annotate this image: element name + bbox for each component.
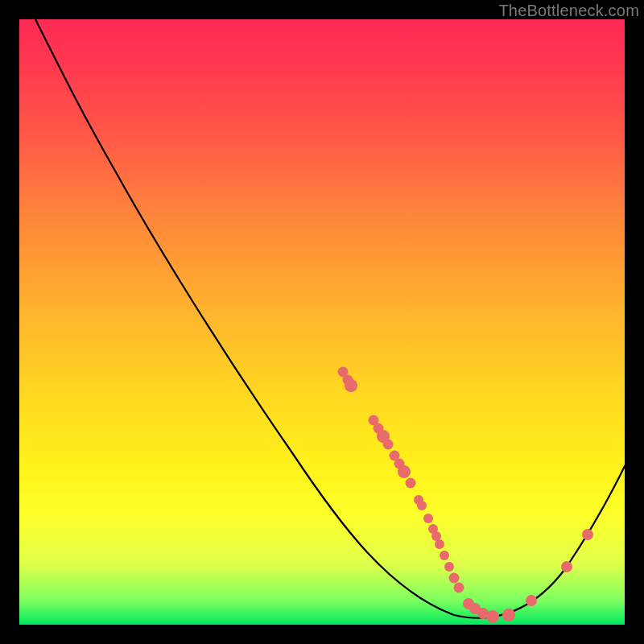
data-dot	[406, 478, 416, 489]
dot-group	[338, 367, 594, 624]
data-dot	[417, 501, 427, 510]
data-dot	[383, 440, 394, 450]
data-dot	[454, 583, 464, 593]
data-dot	[449, 573, 460, 584]
chart-frame	[19, 19, 625, 625]
chart-svg	[19, 19, 625, 625]
watermark-text: TheBottleneck.com	[498, 2, 639, 20]
data-dot	[435, 539, 444, 549]
data-dot	[502, 609, 515, 621]
data-dot	[440, 551, 449, 560]
data-dot	[444, 562, 454, 572]
data-dot	[423, 514, 433, 523]
bottleneck-curve	[35, 19, 625, 618]
data-dot	[345, 379, 357, 392]
data-dot	[582, 529, 593, 540]
data-dot	[561, 561, 572, 572]
data-dot	[486, 610, 499, 623]
data-dot	[398, 465, 411, 478]
data-dot	[526, 595, 537, 606]
